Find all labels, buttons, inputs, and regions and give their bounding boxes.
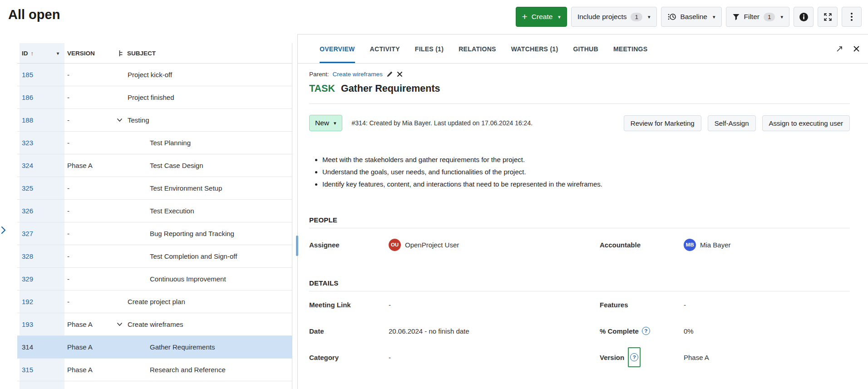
kebab-menu-icon	[850, 12, 853, 21]
baseline-clock-icon	[667, 12, 676, 21]
panel-resize-handle[interactable]	[296, 236, 298, 256]
assign-to-executing-user-button[interactable]: Assign to executing user	[762, 115, 850, 131]
review-for-marketing-button[interactable]: Review for Marketing	[624, 115, 701, 131]
work-package-id-link[interactable]: 185	[22, 71, 33, 79]
table-row[interactable]: 324Phase ATest Case Design	[17, 154, 292, 177]
table-row[interactable]: 323-Test Planning	[17, 132, 292, 154]
caret-down-icon: ▾	[334, 120, 336, 126]
include-projects-button[interactable]: Include projects 1 ▾	[571, 7, 657, 27]
tab-watchers-1[interactable]: WATCHERS (1)	[511, 34, 558, 63]
sort-ascending-icon: ↑	[31, 50, 34, 57]
caret-down-icon: ▾	[780, 14, 783, 20]
field-value-features[interactable]: -	[684, 301, 850, 309]
edit-parent-pencil-icon[interactable]	[386, 71, 393, 78]
info-button[interactable]	[794, 7, 814, 27]
create-button[interactable]: + Create ▾	[516, 7, 567, 27]
field-label-date: Date	[309, 327, 389, 335]
table-row[interactable]: 327-Bug Reporting and Tracking	[17, 222, 292, 245]
table-row[interactable]: 186-Project finished	[17, 86, 292, 109]
work-package-rows: 185-Project kick-off186-Project finished…	[17, 64, 292, 381]
cell-subject: Test Environment Setup	[111, 184, 292, 192]
field-value-meeting-link[interactable]: -	[389, 301, 600, 309]
work-package-id-link[interactable]: 327	[22, 230, 33, 237]
fullscreen-button[interactable]	[818, 7, 838, 27]
column-header-id[interactable]: ID ↑ ▾	[17, 50, 64, 57]
work-package-id-link[interactable]: 193	[22, 320, 33, 328]
remove-parent-icon[interactable]	[397, 71, 403, 77]
subject-text: Test Execution	[150, 207, 194, 215]
title-divider	[309, 103, 850, 104]
cell-version: -	[64, 252, 111, 260]
tab-overview[interactable]: OVERVIEW	[320, 34, 355, 63]
workflow-action-buttons: Review for MarketingSelf-AssignAssign to…	[624, 115, 850, 131]
table-right-border	[292, 43, 292, 389]
table-row[interactable]: 188-Testing	[17, 109, 292, 132]
field-value-complete[interactable]: 0%	[684, 327, 850, 335]
parent-link[interactable]: Create wireframes	[333, 71, 383, 78]
work-package-id-link[interactable]: 323	[22, 139, 33, 147]
description-bullet: Understand the goals, user needs, and fu…	[322, 168, 850, 176]
table-row[interactable]: 329-Continuous Improvement	[17, 268, 292, 291]
table-row[interactable]: 325-Test Environment Setup	[17, 177, 292, 200]
details-section-heading: DETAILS	[309, 279, 850, 287]
collapse-chevron-icon[interactable]	[117, 118, 124, 122]
column-header-subject[interactable]: SUBJECT	[111, 50, 292, 57]
assignee-value[interactable]: OU OpenProject User	[389, 239, 600, 251]
work-package-id-link[interactable]: 188	[22, 116, 33, 124]
self-assign-button[interactable]: Self-Assign	[708, 115, 756, 131]
table-row[interactable]: 315Phase AResearch and Reference	[17, 359, 292, 381]
column-header-version-label: VERSION	[67, 50, 95, 57]
people-section-divider	[309, 228, 850, 228]
work-package-id-link[interactable]: 314	[22, 343, 33, 351]
help-icon[interactable]: ?	[642, 327, 650, 335]
tab-files-1[interactable]: FILES (1)	[415, 34, 444, 63]
field-value-category[interactable]: -	[389, 354, 600, 361]
accountable-value[interactable]: MB Mia Bayer	[684, 239, 850, 251]
filter-button[interactable]: Filter 1 ▾	[726, 7, 790, 27]
expand-sidebar-handle[interactable]	[1, 226, 6, 236]
tab-activity[interactable]: ACTIVITY	[370, 34, 400, 63]
expand-detail-icon[interactable]	[836, 45, 843, 53]
table-row[interactable]: 326-Test Execution	[17, 200, 292, 222]
detail-pane-controls	[836, 34, 860, 63]
status-dropdown[interactable]: New ▾	[309, 115, 342, 131]
table-row[interactable]: 193Phase ACreate wireframes	[17, 313, 292, 336]
work-package-id-link[interactable]: 192	[22, 298, 33, 305]
tab-relations[interactable]: RELATIONS	[459, 34, 496, 63]
field-label-meeting-link: Meeting Link	[309, 301, 389, 309]
collapse-chevron-icon[interactable]	[117, 322, 124, 326]
hierarchy-icon	[118, 50, 124, 57]
close-detail-icon[interactable]	[853, 45, 860, 52]
cell-subject: Test Planning	[111, 139, 292, 147]
description-bullet: Identify key features, content, and inte…	[322, 180, 850, 188]
work-package-id-link[interactable]: 325	[22, 184, 33, 192]
column-header-version[interactable]: VERSION	[64, 50, 111, 57]
work-package-id-link[interactable]: 324	[22, 162, 33, 169]
work-package-title: TASK Gather Requirements	[309, 83, 850, 94]
work-package-id-link[interactable]: 326	[22, 207, 33, 215]
work-package-id-link[interactable]: 186	[22, 94, 33, 101]
status-meta-text: #314: Created by Mia Bayer. Last updated…	[352, 119, 533, 127]
work-package-id-link[interactable]: 315	[22, 366, 33, 374]
work-package-id-link[interactable]: 328	[22, 252, 33, 260]
tab-github[interactable]: GITHUB	[573, 34, 598, 63]
column-menu-caret-icon[interactable]: ▾	[57, 51, 59, 56]
help-icon[interactable]: ?	[630, 353, 638, 361]
table-row[interactable]: 192-Create project plan	[17, 291, 292, 313]
status-row: New ▾ #314: Created by Mia Bayer. Last u…	[309, 115, 850, 131]
baseline-button[interactable]: Baseline ▾	[661, 7, 722, 27]
detail-tabs: OVERVIEWACTIVITYFILES (1)RELATIONSWATCHE…	[320, 34, 647, 63]
field-label-version: Version?	[600, 347, 684, 367]
work-package-subject[interactable]: Gather Requirements	[341, 83, 440, 94]
field-value-version[interactable]: Phase A	[684, 354, 850, 361]
table-row[interactable]: 314Phase AGather Requirements	[17, 336, 292, 359]
kebab-menu-button[interactable]	[842, 7, 862, 27]
table-row[interactable]: 185-Project kick-off	[17, 64, 292, 86]
work-package-id-link[interactable]: 329	[22, 275, 33, 283]
work-package-type[interactable]: TASK	[309, 83, 335, 94]
assignee-label: Assignee	[309, 241, 389, 249]
field-value-date[interactable]: 20.06.2024 - no finish date	[389, 327, 600, 335]
details-row: Meeting Link-Features-	[309, 291, 850, 318]
table-row[interactable]: 328-Test Completion and Sign-off	[17, 245, 292, 268]
tab-meetings[interactable]: MEETINGS	[613, 34, 648, 63]
